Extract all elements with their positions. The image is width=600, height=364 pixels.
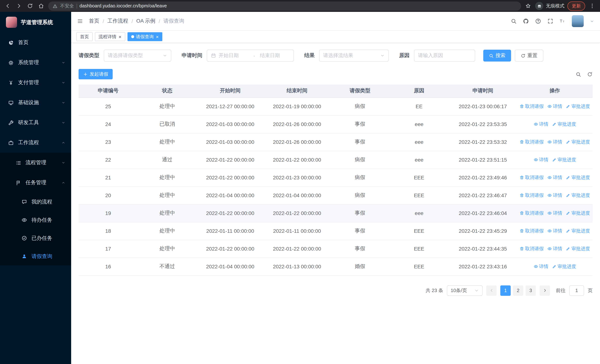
sidebar-item-system-management[interactable]: 系统管理 [0,53,71,73]
cancel-action-link[interactable]: 取消请假 [520,210,544,216]
create-leave-button[interactable]: 发起请假 [79,69,113,79]
close-icon[interactable]: × [119,34,121,39]
cancel-action-link[interactable]: 取消请假 [520,246,544,252]
sidebar-item-done-tasks[interactable]: 已办任务 [0,229,71,247]
search-icon[interactable] [511,18,517,24]
progress-action-link[interactable]: 审批进度 [566,139,590,145]
sidebar-item-process-management[interactable]: 流程管理 [0,153,71,173]
github-icon[interactable] [523,18,529,24]
help-icon[interactable] [535,18,541,24]
sidebar-item-dev-tools[interactable]: 研发工具 [0,113,71,133]
close-icon[interactable]: × [156,34,159,39]
sidebar-item-payment-management[interactable]: 支付管理 [0,73,71,93]
breadcrumb-item[interactable]: 首页 [89,18,99,24]
cancel-action-link[interactable]: 取消请假 [520,174,544,181]
reason-input[interactable]: 请输入原因 [414,50,475,62]
workflow-icon [8,140,14,146]
detail-action-link[interactable]: 详情 [534,263,548,270]
bookmark-star-icon[interactable] [524,2,532,10]
actions-cell: 取消请假详情审批进度 [517,133,593,151]
progress-action-link[interactable]: 审批进度 [552,121,576,127]
edit-icon [566,104,570,109]
address-bar[interactable]: 不安全 dashboard.yudao.iocoder.cn/bpm/oa/le… [48,1,521,10]
prev-page-button[interactable] [486,285,497,296]
progress-action-link[interactable]: 审批进度 [566,103,590,110]
table-refresh-icon[interactable] [587,71,593,77]
sidebar-item-workflow[interactable]: 工作流程 [0,133,71,153]
fullscreen-icon[interactable] [547,18,553,24]
progress-action-link[interactable]: 审批进度 [566,174,590,181]
search-button[interactable]: 搜索 [483,50,511,62]
tab-process-detail[interactable]: 流程详情× [95,32,125,41]
eye-icon [547,229,552,233]
cancel-action-link[interactable]: 取消请假 [520,228,544,234]
reset-button[interactable]: 重置 [515,50,543,62]
progress-action-link[interactable]: 审批进度 [566,210,590,216]
apply-time-range-picker[interactable]: 开始日期 - 结束日期 [207,50,294,62]
cancel-action-link[interactable]: 取消请假 [520,103,544,110]
infra-icon [8,100,14,105]
page-button-3[interactable]: 3 [525,285,536,296]
detail-action-link[interactable]: 详情 [547,139,562,145]
table-cell: 2022-01-04 00:00:00 [264,187,331,204]
sidebar-item-home[interactable]: 首页 [0,33,71,53]
detail-action-link[interactable]: 详情 [547,192,562,198]
eye-icon [534,122,538,126]
browser-home-icon[interactable] [37,2,45,10]
progress-action-link[interactable]: 审批进度 [552,157,576,163]
table-cell: 24 [79,115,138,133]
sidebar-item-my-process[interactable]: 我的流程 [0,193,71,211]
reload-icon[interactable] [26,2,34,10]
sidebar-item-leave-query[interactable]: 请假查询 [0,247,71,265]
breadcrumb: 首页/工作流程/OA 示例/请假查询 [89,18,184,24]
sidebar-item-todo-tasks[interactable]: 待办任务 [0,211,71,229]
sidebar-item-label: 请假查询 [31,253,52,260]
page-button-1[interactable]: 1 [500,285,511,296]
table-row: 19处理中2022-01-22 00:00:002022-01-22 00:00… [79,204,593,222]
table-cell: 已取消 [138,115,197,133]
browser-update-button[interactable]: 更新 [567,1,585,10]
sidebar-item-label: 我的流程 [31,198,52,205]
detail-action-link[interactable]: 详情 [547,210,562,216]
collapse-sidebar-icon[interactable] [77,18,83,24]
table-cell: eee [390,204,449,222]
breadcrumb-item[interactable]: OA 示例 [136,18,155,24]
detail-action-link[interactable]: 详情 [547,228,562,234]
detail-action-link[interactable]: 详情 [547,246,562,252]
back-icon[interactable] [4,2,12,10]
omnibox-divider [76,3,77,8]
sidebar-item-infrastructure[interactable]: 基础设施 [0,93,71,113]
goto-page-input[interactable] [569,285,584,296]
chevron-up-icon [62,181,65,185]
progress-action-link[interactable]: 审批进度 [552,263,576,270]
cancel-action-link[interactable]: 取消请假 [520,139,544,145]
table-cell: 处理中 [138,187,197,204]
leave-type-placeholder: 请选择请假类型 [108,52,160,59]
forward-icon[interactable] [15,2,23,10]
page-button-2[interactable]: 2 [513,285,523,296]
user-avatar[interactable] [572,15,584,27]
app-logo[interactable]: 芋道管理系统 [0,12,71,33]
page-size-select[interactable]: 10条/页 [447,285,483,296]
avatar-caret-icon[interactable] [590,19,594,23]
result-select[interactable]: 请选择流结果 [319,50,389,62]
toggle-search-icon[interactable] [576,71,581,77]
progress-action-link[interactable]: 审批进度 [566,192,590,198]
detail-action-link[interactable]: 详情 [547,174,562,181]
detail-action-link[interactable]: 详情 [534,121,548,127]
leave-type-select[interactable]: 请选择请假类型 [104,50,171,62]
progress-action-link[interactable]: 审批进度 [566,246,590,252]
breadcrumb-item[interactable]: 工作流程 [107,18,128,24]
detail-action-link[interactable]: 详情 [534,157,548,163]
sidebar-item-task-management[interactable]: 任务管理 [0,173,71,193]
next-page-button[interactable] [540,285,550,296]
table-row: 17处理中2022-01-22 00:00:002022-01-22 00:00… [79,240,593,258]
browser-menu-icon[interactable] [588,2,596,10]
table-cell: 事假 [330,222,390,240]
progress-action-link[interactable]: 审批进度 [566,228,590,234]
font-size-icon[interactable]: TT [560,18,565,24]
detail-action-link[interactable]: 详情 [547,103,562,110]
tab-leave-query[interactable]: 请假查询× [127,32,162,41]
tab-home[interactable]: 首页 [76,32,93,41]
cancel-action-link[interactable]: 取消请假 [520,192,544,198]
